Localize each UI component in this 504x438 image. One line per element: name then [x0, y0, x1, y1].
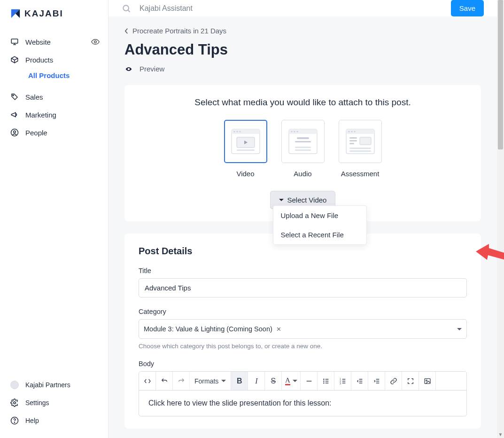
svg-point-9	[14, 131, 16, 133]
brand-name: KAJABI	[24, 8, 63, 19]
select-video-label: Select Video	[287, 196, 327, 204]
sidebar: KAJABI Website Products All Products Sal…	[0, 0, 109, 438]
svg-rect-41	[360, 137, 371, 145]
topbar: Save	[109, 0, 497, 16]
sidebar-item-website[interactable]: Website	[4, 33, 104, 51]
breadcrumb[interactable]: Procreate Portraits in 21 Days	[124, 27, 481, 35]
toolbar-formats-button[interactable]: Formats	[190, 372, 231, 390]
svg-rect-30	[295, 141, 311, 142]
svg-point-45	[324, 379, 324, 379]
sidebar-item-label: Settings	[25, 399, 49, 407]
rich-text-editor: Formats B I S A 123	[139, 371, 467, 416]
media-type-label: Assessment	[341, 170, 380, 178]
toolbar-indent-button[interactable]	[368, 372, 385, 390]
search-input[interactable]	[140, 4, 442, 13]
sidebar-item-marketing[interactable]: Marketing	[4, 106, 104, 124]
toolbar-italic-button[interactable]: I	[248, 372, 265, 390]
menu-item-upload-new[interactable]: Upload a New File	[273, 206, 366, 225]
main-area: Save Procreate Portraits in 21 Days Adva…	[109, 0, 497, 438]
preview-label: Preview	[140, 65, 164, 73]
toolbar-strike-button[interactable]: S	[265, 372, 282, 390]
toolbar-ul-button[interactable]	[318, 372, 334, 390]
caret-down-icon	[221, 380, 226, 382]
toolbar-image-button[interactable]	[419, 372, 436, 390]
sidebar-item-label: Kajabi Partners	[25, 381, 70, 389]
svg-rect-34	[346, 129, 374, 134]
editor-body[interactable]: Click here to view the slide presentatio…	[139, 391, 466, 416]
svg-point-7	[13, 95, 14, 96]
sidebar-item-settings[interactable]: Settings	[4, 394, 104, 412]
avatar-icon	[10, 381, 19, 389]
svg-point-64	[426, 380, 427, 381]
vertical-scrollbar[interactable]: ▲ ▼	[497, 0, 504, 438]
select-video-menu: Upload a New File Select a Recent File	[273, 205, 367, 245]
sidebar-item-products[interactable]: Products	[4, 51, 104, 69]
toolbar-fullscreen-button[interactable]	[402, 372, 419, 390]
menu-item-select-recent[interactable]: Select a Recent File	[273, 225, 366, 244]
toolbar-link-button[interactable]	[385, 372, 402, 390]
toolbar-undo-button[interactable]	[156, 372, 173, 390]
toolbar-bold-button[interactable]: B	[231, 372, 248, 390]
megaphone-icon	[10, 110, 19, 119]
svg-rect-38	[349, 137, 357, 139]
user-circle-icon	[10, 128, 19, 137]
svg-rect-40	[349, 143, 354, 144]
sidebar-item-partners[interactable]: Kajabi Partners	[4, 376, 104, 394]
post-details-heading: Post Details	[139, 246, 467, 257]
svg-text:3: 3	[340, 382, 341, 384]
svg-point-10	[14, 402, 16, 404]
caret-down-icon	[293, 380, 297, 382]
svg-point-36	[351, 131, 352, 132]
svg-point-26	[291, 131, 292, 132]
scrollbar-thumb[interactable]	[498, 0, 503, 149]
sidebar-subitem-all-products[interactable]: All Products	[28, 69, 104, 88]
eye-icon[interactable]	[91, 38, 100, 46]
toolbar-redo-button[interactable]	[173, 372, 190, 390]
toolbar-outdent-button[interactable]	[351, 372, 368, 390]
formats-label: Formats	[194, 377, 218, 385]
toolbar-hr-button[interactable]	[301, 372, 318, 390]
editor-toolbar: Formats B I S A 123	[139, 372, 466, 391]
toolbar-code-button[interactable]	[139, 372, 156, 390]
category-label: Category	[139, 308, 467, 315]
svg-point-20	[239, 131, 240, 132]
sidebar-item-help[interactable]: Help	[4, 412, 104, 430]
svg-rect-42	[349, 148, 371, 149]
brand-logo[interactable]: KAJABI	[10, 8, 98, 19]
svg-point-13	[123, 5, 129, 11]
media-type-label: Video	[236, 170, 254, 178]
svg-point-47	[324, 383, 324, 383]
page-title: Advanced Tips	[124, 41, 481, 58]
svg-rect-23	[237, 149, 255, 151]
chevron-left-icon	[124, 28, 129, 34]
caret-down-icon	[457, 328, 462, 330]
svg-rect-2	[11, 39, 18, 43]
svg-point-46	[324, 381, 324, 381]
sidebar-item-sales[interactable]: Sales	[4, 88, 104, 106]
toolbar-text-color-button[interactable]: A	[282, 372, 301, 390]
save-button[interactable]: Save	[451, 0, 484, 16]
svg-point-28	[296, 131, 298, 132]
gear-icon	[10, 399, 19, 407]
media-type-video[interactable]: Video	[224, 120, 267, 178]
svg-point-19	[236, 131, 238, 132]
assessment-tile-icon	[346, 129, 375, 154]
sidebar-item-label: Sales	[25, 93, 43, 101]
svg-point-12	[14, 422, 15, 422]
media-type-audio[interactable]: Audio	[281, 120, 325, 178]
help-icon	[10, 416, 19, 425]
search-icon	[122, 4, 131, 13]
category-select[interactable]: Module 3: Value & Lighting (Coming Soon)…	[139, 319, 467, 339]
media-type-assessment[interactable]: Assessment	[339, 120, 382, 178]
scroll-down-icon[interactable]: ▼	[497, 431, 504, 438]
sidebar-item-people[interactable]: People	[4, 124, 104, 141]
svg-line-14	[128, 10, 130, 12]
preview-link[interactable]: Preview	[124, 65, 481, 73]
chip-remove-icon[interactable]: ✕	[276, 326, 281, 333]
svg-rect-39	[349, 140, 357, 141]
title-input[interactable]	[139, 278, 467, 297]
sidebar-item-label: Marketing	[25, 111, 56, 119]
monitor-icon	[10, 38, 19, 46]
toolbar-ol-button[interactable]: 123	[334, 372, 351, 390]
tag-icon	[10, 93, 19, 101]
